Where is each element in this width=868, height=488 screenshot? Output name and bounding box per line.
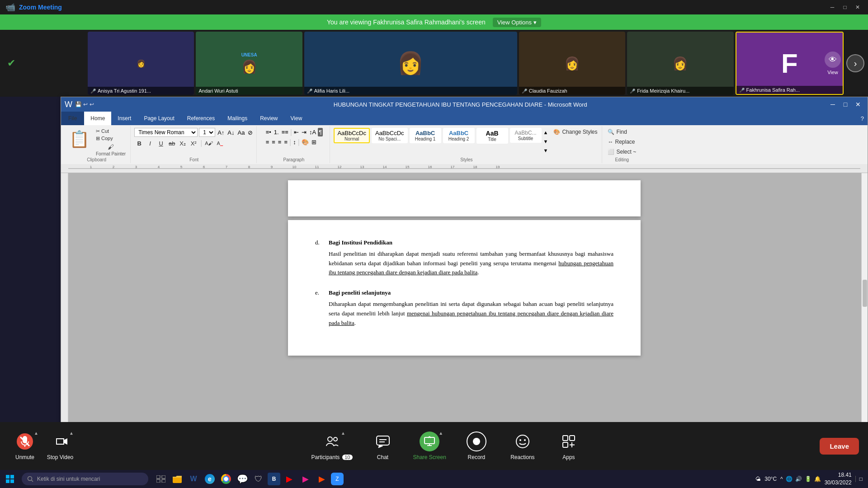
clear-format-button[interactable]: ⊘ bbox=[247, 128, 254, 137]
participant-tile[interactable]: 👩 🎤 Frida Meirizqia Khairu... bbox=[627, 32, 733, 95]
video-chevron-icon[interactable]: ▲ bbox=[69, 431, 74, 436]
style-heading2[interactable]: AaBbC Heading 2 bbox=[443, 128, 475, 143]
select-button[interactable]: ⬜Select ~ bbox=[606, 148, 638, 156]
next-participant-button[interactable]: › bbox=[846, 54, 864, 72]
replace-button[interactable]: ↔Replace bbox=[606, 138, 638, 146]
increase-indent-button[interactable]: ⇥ bbox=[301, 128, 307, 136]
sort-button[interactable]: ↕A bbox=[308, 128, 317, 136]
unmute-chevron-icon[interactable]: ▲ bbox=[34, 431, 38, 436]
tab-review[interactable]: Review bbox=[254, 112, 284, 125]
chat-button[interactable]: Chat bbox=[367, 432, 399, 460]
show-desktop-button[interactable]: □ bbox=[855, 476, 863, 482]
participant-tile[interactable]: UNESA 👩 Andari Wuri Astuti bbox=[196, 32, 302, 95]
italic-button[interactable]: I bbox=[145, 138, 155, 148]
justify-button[interactable]: ≡ bbox=[283, 138, 288, 146]
participants-chevron-icon[interactable]: ▲ bbox=[341, 431, 345, 436]
expand-tray-button[interactable]: ^ bbox=[780, 476, 783, 482]
stop-video-button[interactable]: ▲ Stop Video bbox=[44, 432, 76, 460]
word-maximize-button[interactable]: □ bbox=[840, 99, 851, 110]
underline-button[interactable]: U bbox=[156, 138, 166, 148]
grow-font-button[interactable]: A↑ bbox=[217, 128, 225, 137]
shading-button[interactable]: 🎨 bbox=[301, 138, 310, 146]
view-options-button[interactable]: View Options ▾ bbox=[493, 18, 541, 27]
styles-scroll-up-button[interactable]: ▲ bbox=[543, 130, 548, 135]
style-heading1[interactable]: AaBbC Heading 1 bbox=[410, 128, 441, 143]
style-no-spacing[interactable]: AaBbCcDc No Spaci... bbox=[372, 128, 408, 143]
app-9[interactable]: ▶ bbox=[298, 472, 313, 486]
numbering-button[interactable]: 1. bbox=[273, 128, 280, 136]
align-left-button[interactable]: ≡ bbox=[265, 138, 270, 146]
style-normal[interactable]: AaBbCcDc Normal bbox=[334, 128, 370, 143]
apps-button[interactable]: Apps bbox=[553, 432, 585, 460]
line-spacing-button[interactable]: ↕ bbox=[292, 138, 297, 146]
tab-page-layout[interactable]: Page Layout bbox=[137, 112, 180, 125]
vertical-scrollbar[interactable] bbox=[861, 173, 868, 440]
word-app[interactable]: W bbox=[186, 472, 201, 486]
maximize-button[interactable]: □ bbox=[840, 2, 850, 12]
record-button[interactable]: Record bbox=[461, 432, 492, 460]
app-10[interactable]: ▶ bbox=[315, 472, 329, 486]
zoom-app[interactable]: Z bbox=[331, 473, 344, 485]
superscript-button[interactable]: X² bbox=[189, 138, 198, 148]
tab-insert[interactable]: Insert bbox=[111, 112, 137, 125]
antivirus-app[interactable]: 🛡 bbox=[251, 472, 266, 486]
share-screen-button[interactable]: ▲ Share Screen bbox=[413, 432, 446, 460]
align-center-button[interactable]: ≡ bbox=[271, 138, 276, 146]
bold-button[interactable]: B bbox=[134, 138, 144, 148]
leave-button[interactable]: Leave bbox=[820, 438, 859, 455]
tab-home[interactable]: Home bbox=[84, 112, 111, 125]
word-close-button[interactable]: ✕ bbox=[852, 99, 864, 110]
tab-references[interactable]: References bbox=[181, 112, 221, 125]
participants-button[interactable]: ▲ Participants 10 bbox=[311, 432, 353, 460]
decrease-indent-button[interactable]: ⇤ bbox=[293, 128, 300, 136]
taskbar-search[interactable]: Ketik di sini untuk mencari bbox=[22, 473, 148, 485]
tab-file[interactable]: File bbox=[61, 112, 84, 125]
multilevel-button[interactable]: ≡≡ bbox=[281, 128, 289, 136]
share-screen-chevron-icon[interactable]: ▲ bbox=[439, 431, 443, 436]
youtube-app[interactable]: ▶ bbox=[282, 472, 297, 486]
font-size-selector[interactable]: 12 bbox=[199, 128, 215, 137]
cut-button[interactable]: ✂ Cut bbox=[94, 128, 127, 135]
task-view-button[interactable] bbox=[154, 472, 168, 486]
text-highlight-button[interactable]: A🖌 bbox=[204, 138, 214, 148]
styles-scroll-down-button[interactable]: ▼ bbox=[543, 139, 548, 144]
start-button[interactable] bbox=[0, 470, 20, 488]
style-subtitle[interactable]: AaBbC... Subtitle bbox=[510, 128, 542, 143]
participant-tile-center[interactable]: 👩 🎤 Alifia Haris Lili... bbox=[304, 32, 517, 95]
whatsapp-app[interactable]: 💬 bbox=[235, 472, 250, 486]
shrink-font-button[interactable]: A↓ bbox=[226, 128, 235, 137]
bullets-button[interactable]: ≡• bbox=[265, 128, 272, 136]
font-name-selector[interactable]: Times New Roman bbox=[134, 128, 198, 137]
change-styles-button[interactable]: 🎨 Change Styles bbox=[552, 128, 599, 136]
styles-more-button[interactable]: ▼ bbox=[543, 148, 548, 153]
subscript-button[interactable]: X₂ bbox=[178, 138, 188, 148]
paste-button[interactable]: 📋 bbox=[66, 128, 93, 150]
participant-tile[interactable]: 👩 🎤 Anisya Tri Agustin 191... bbox=[88, 32, 194, 95]
align-right-button[interactable]: ≡ bbox=[277, 138, 283, 146]
copy-button[interactable]: ⊞ Copy bbox=[94, 135, 127, 142]
format-painter-button[interactable]: 🖌 Format Painter bbox=[94, 142, 127, 157]
minimize-button[interactable]: ─ bbox=[827, 2, 837, 12]
tab-view[interactable]: View bbox=[284, 112, 309, 125]
ribbon-help-icon[interactable]: ? bbox=[861, 115, 864, 122]
word-minimize-button[interactable]: ─ bbox=[827, 99, 839, 110]
strikethrough-button[interactable]: ab bbox=[167, 138, 177, 148]
change-case-button[interactable]: Aa bbox=[236, 128, 245, 137]
word-page[interactable]: d. Bagi Institusi Pendidikan Hasil penel… bbox=[288, 220, 641, 356]
reactions-button[interactable]: Reactions bbox=[507, 432, 538, 460]
word-document-area[interactable]: d. Bagi Institusi Pendidikan Hasil penel… bbox=[61, 173, 868, 440]
tab-mailings[interactable]: Mailings bbox=[221, 112, 254, 125]
clock[interactable]: 18.41 30/03/2022 bbox=[825, 471, 852, 487]
borders-button[interactable]: ⊞ bbox=[311, 138, 317, 146]
notification-icon[interactable]: 🔔 bbox=[814, 476, 821, 482]
show-paragraph-button[interactable]: ¶ bbox=[318, 128, 323, 136]
participant-tile[interactable]: 👩 🎤 Claudia Fauzizah bbox=[519, 32, 625, 95]
file-explorer-app[interactable] bbox=[170, 472, 184, 486]
close-button[interactable]: ✕ bbox=[853, 2, 863, 12]
unmute-button[interactable]: ▲ Unmute bbox=[9, 432, 41, 460]
edge-browser-app[interactable]: e bbox=[203, 472, 217, 486]
style-title[interactable]: AaB Title bbox=[476, 128, 508, 144]
chrome-browser-app[interactable] bbox=[219, 472, 233, 486]
font-color-button[interactable]: A_ bbox=[215, 138, 225, 148]
view-button[interactable]: 👁 View bbox=[825, 52, 841, 75]
